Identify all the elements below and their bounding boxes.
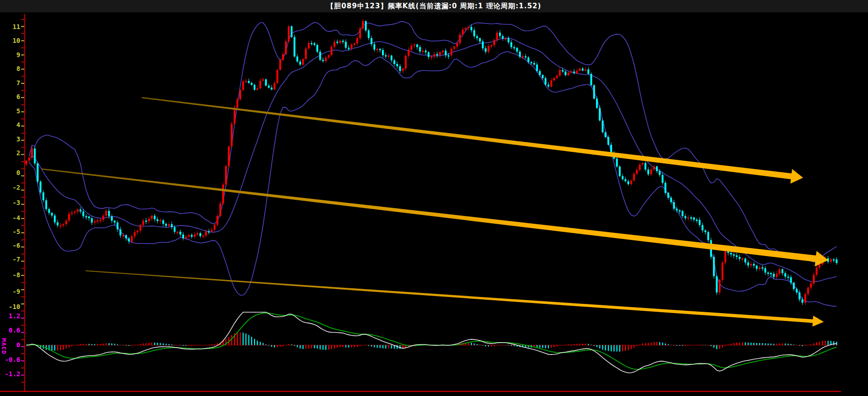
candle-body [516,48,518,52]
candle-body [385,55,387,57]
candle-body [639,164,641,170]
price-axis-label: 9 [17,51,20,58]
candle-body [473,30,475,36]
candle-body [108,211,110,216]
title-bar: 【胆089中123】频率K线(当前遗漏:0 周期:1 理论周期:1.52) [0,0,868,13]
candle-body [365,21,367,30]
candle-body [579,69,581,71]
candle-body [596,99,598,108]
candle-body [316,45,318,52]
candle-body [451,49,452,55]
candle-body [625,179,626,181]
candle-body [45,200,47,209]
macd-axis-label: -1.2 [5,370,20,378]
candle-body [682,211,683,216]
candle-body [656,167,658,171]
candle-body [767,273,769,274]
candle-body [510,42,512,47]
candle-body [485,48,486,52]
candle-body [687,217,689,219]
candle-body [182,234,184,238]
candle-body [470,27,472,30]
candle-body [679,210,681,212]
price-axis-label: 7 [17,79,20,87]
candle-body [801,299,803,303]
candle-body [191,235,193,237]
candle-body [482,41,484,48]
candle-body [279,60,281,70]
candle-body [684,216,686,218]
candle-body [796,289,798,293]
candle-body [234,108,236,124]
candle-body [125,235,127,239]
candle-body [376,49,378,51]
candle-body [770,273,772,274]
candle-body [222,185,224,204]
candle-body [148,219,150,221]
candle-body [779,269,781,274]
candle-body [487,46,489,52]
candle-body [179,232,181,234]
candle-body [416,45,418,47]
candle-body [159,220,161,221]
candle-body [139,225,141,231]
candle-body [724,251,726,262]
candle-body [810,284,812,288]
candle-body [619,167,621,176]
candle-body [336,42,338,43]
price-axis-label: -5 [12,228,20,235]
candle-body [653,167,655,170]
candle-body [505,38,507,40]
candle-body [462,29,464,34]
candle-body [225,166,227,185]
candle-body [627,181,629,185]
candle-body [114,221,116,222]
candle-body [448,55,450,57]
candle-body [468,27,469,28]
candle-body [434,54,435,56]
candle-body [154,215,156,219]
candle-body [662,175,664,183]
price-axis-label: -7 [12,256,20,263]
candle-body [308,43,310,48]
candle-body [208,231,210,233]
candle-body [396,64,398,66]
candle-body [348,48,350,49]
candle-body [379,49,381,51]
candle-body [359,29,361,38]
candle-body [548,85,550,87]
kline-chart-canvas[interactable]: 1110987654320-2-3-4-5-6-7-8-9-101.20.60-… [0,0,868,396]
candle-body [491,45,492,47]
candle-body [273,83,275,89]
candle-body [256,88,258,90]
candle-body [513,47,515,48]
candle-body [370,38,372,44]
candle-body [211,230,213,232]
candle-body [644,163,646,169]
candle-body [353,43,355,45]
candle-body [587,70,589,74]
candle-body [25,161,27,164]
candle-body [122,235,124,237]
candle-body [328,55,330,58]
candle-body [530,62,532,64]
price-axis-label: 3 [17,135,20,143]
candle-body [51,213,53,215]
candle-body [408,50,410,56]
candle-body [37,163,39,182]
candle-body [756,266,758,269]
candle-body [819,264,821,268]
candle-body [550,80,552,86]
candle-body [722,262,723,280]
candle-body [399,66,401,71]
candle-body [439,52,441,55]
candle-body [784,273,786,276]
candle-body [65,221,67,224]
candle-body [168,224,170,226]
candle-body [733,255,735,256]
candle-body [265,79,267,86]
price-axis-label: -8 [12,271,20,279]
candle-body [116,222,118,229]
price-axis-label: 4 [17,121,20,128]
candle-body [453,47,455,49]
